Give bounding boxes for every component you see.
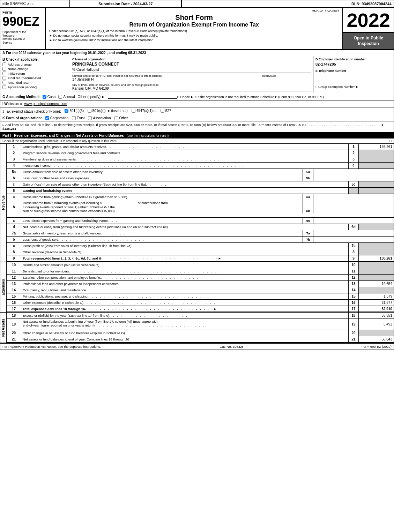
row-1: 1 Contributions, gifts, grants, and simi…: [7, 144, 394, 150]
section-a: A For the 2022 calendar year, or tax yea…: [0, 50, 394, 56]
org-other[interactable]: Other: [114, 116, 128, 120]
form-org-row: K Form of organization: Corporation Trus…: [0, 115, 394, 121]
net-assets-side-label: Net Assets: [0, 313, 7, 343]
address-change-label: Address change: [8, 62, 32, 66]
row-3: 3 Membership dues and assessments . . . …: [7, 156, 394, 163]
sub-6b: 6b: [303, 200, 313, 213]
h-check-text: H Check ► ○ if the organization is not r…: [177, 95, 392, 99]
gross-receipts-text: L Add lines 5b, 6c, and 7b to line 9 to …: [2, 123, 384, 130]
amended-return-label: Amended return: [8, 81, 31, 84]
sub-6c: 6c: [303, 218, 313, 224]
revenue-section: Revenue 1 Contributions, gifts, grants, …: [0, 144, 394, 262]
address-change-checkbox[interactable]: [2, 62, 6, 66]
instruction1-text: ► Do not enter social security numbers o…: [49, 34, 158, 37]
amended-return-checkbox[interactable]: [2, 81, 6, 84]
row-19: 19 Net assets or fund balances at beginn…: [7, 319, 394, 330]
accrual-checkbox[interactable]: [58, 95, 62, 99]
net-assets-section: Net Assets 18 Excess or (deficit) for th…: [0, 313, 394, 343]
expenses-section: Expenses 10 Grants and similar amounts p…: [0, 262, 394, 313]
org-c-label: C Name of organization: [72, 58, 311, 61]
application-pending-label: Application pending: [8, 85, 37, 89]
form-org-label: K Form of organization:: [2, 116, 42, 120]
row-17: 17 Total expenses. Add lines 10 through …: [7, 306, 394, 312]
corporation-label: Corporation: [50, 116, 68, 120]
name-change-label: Name change: [8, 67, 28, 71]
row-6a: a Gross income from gaming (attach Sched…: [7, 194, 394, 200]
header-bar: efile GRAPHIC print Submission Date - 20…: [0, 0, 394, 8]
tax-501c3[interactable]: 501(c)(3): [65, 109, 84, 113]
expenses-side-label: Expenses: [0, 262, 7, 312]
corporation-checkbox[interactable]: [45, 116, 49, 120]
part1-subtitle: Revenue, Expenses, and Changes in Net As…: [14, 134, 124, 137]
room-value: [262, 77, 311, 82]
row-20: 20 Other changes in net assets or fund b…: [7, 330, 394, 336]
org-corporation[interactable]: Corporation: [45, 116, 68, 120]
footer-row: For Paperwork Reduction Act Notice, see …: [0, 343, 394, 350]
527-label: 527: [165, 109, 171, 113]
row-5a: 5a Gross amount from sale of assets othe…: [7, 169, 394, 175]
website-row: I Website: ► www.principalsconnect.com: [0, 100, 394, 107]
instruction2-text: ► Go to www.irs.gov/Form990EZ for instru…: [49, 38, 154, 42]
amount-5b: [359, 175, 394, 181]
4947-checkbox[interactable]: [132, 109, 135, 113]
part1-see-instructions: (see the instructions for Part I): [127, 134, 169, 137]
application-pending-checkbox[interactable]: [2, 85, 6, 89]
gross-receipts-amount: 136,261: [4, 127, 16, 130]
sub-6a: 6a: [303, 194, 313, 200]
room-field: Room/suite: [262, 74, 311, 82]
spacer-6c: [348, 218, 359, 224]
cash-checkbox[interactable]: [43, 95, 46, 99]
name-change-checkbox[interactable]: [2, 67, 6, 71]
ein-value: 82-1747205: [315, 62, 392, 66]
check-final-return: Final return/terminated: [2, 76, 68, 80]
spacer-6b: [348, 200, 359, 213]
4947-label: 4947(a)(1) or: [136, 109, 157, 113]
accounting-method-section: G Accounting Method: Cash Accrual Other …: [2, 95, 177, 99]
gross-receipts-row: L Add lines 5b, 6c, and 7b to line 9 to …: [0, 121, 394, 133]
form-number-block: Form 990EZ Department of the Treasury In…: [0, 8, 46, 49]
final-return-label: Final return/terminated: [8, 76, 41, 80]
instruction1: ► Do not enter social security numbers o…: [49, 34, 339, 37]
org-info-col: C Name of organization PRINCIPALS CONNEC…: [70, 56, 313, 93]
val-7b: [313, 237, 348, 242]
tax-527[interactable]: 527: [161, 109, 171, 113]
tax-4947[interactable]: 4947(a)(1) or: [132, 109, 157, 113]
revenue-content: 1 Contributions, gifts, grants, and simi…: [7, 144, 394, 262]
dept-line3: Internal Revenue: [2, 37, 25, 41]
spacer-5b: [348, 175, 359, 181]
row-10: 10 Grants and similar amounts paid (list…: [7, 262, 394, 268]
final-return-checkbox[interactable]: [2, 76, 6, 80]
footer-right: Form 990-EZ (2022): [362, 345, 392, 349]
sub-5b: 5b: [303, 175, 313, 181]
sub-7b: 7b: [303, 237, 313, 242]
other-org-checkbox[interactable]: [114, 116, 118, 120]
form-year: 2022: [343, 8, 394, 33]
submission-label: Submission Date -: [98, 2, 132, 6]
address-label: Number and street (or P. O. box, if mail…: [72, 74, 259, 77]
form-label: Form: [2, 10, 43, 14]
association-checkbox[interactable]: [88, 116, 92, 120]
tax-501c[interactable]: 501(c)( ) ◄ (insert no.): [88, 109, 128, 113]
501c3-checkbox[interactable]: [65, 109, 68, 113]
spacer-7a: [348, 230, 359, 236]
row-21: 21 Net assets or fund balances at end of…: [7, 336, 394, 343]
cash-option[interactable]: Cash: [43, 95, 55, 99]
row-7c: c Gross profit or (loss) from sales of i…: [7, 243, 394, 249]
org-association[interactable]: Association: [88, 116, 111, 120]
org-trust[interactable]: Trust: [72, 116, 84, 120]
accounting-row: G Accounting Method: Cash Accrual Other …: [0, 93, 394, 100]
501c-checkbox[interactable]: [88, 109, 91, 113]
group-exemption: F Group Exemption Number ►: [315, 85, 392, 89]
row-4: 4 Investment income . . . . . . . . . . …: [7, 163, 394, 169]
527-checkbox[interactable]: [161, 109, 164, 113]
initial-return-checkbox[interactable]: [2, 72, 6, 75]
accrual-option[interactable]: Accrual: [58, 95, 75, 99]
check-applicable-title: B Check if applicable:: [2, 58, 68, 61]
website-url[interactable]: www.principalsconnect.com: [24, 102, 67, 106]
city-label: City or town, state or province, country…: [72, 83, 311, 87]
room-label: Room/suite: [262, 74, 311, 77]
row-15: 15 Printing, publications, postage, and …: [7, 293, 394, 300]
501c3-label: 501(c)(3): [69, 109, 84, 113]
val-6b: [313, 200, 348, 213]
trust-checkbox[interactable]: [72, 116, 76, 120]
